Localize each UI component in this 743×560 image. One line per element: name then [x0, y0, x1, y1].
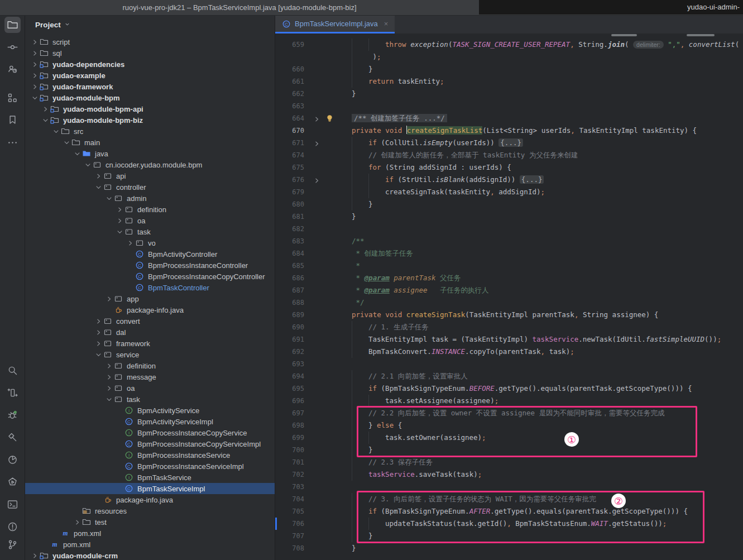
tree-item[interactable]: sql	[25, 47, 275, 59]
bookmarks-tool-icon[interactable]	[4, 112, 21, 128]
code-line[interactable]: 701// 2.3 保存子任务	[275, 456, 743, 468]
line-number[interactable]: 682	[275, 223, 304, 235]
code-line[interactable]: 707}	[275, 530, 743, 542]
line-number[interactable]: 694	[275, 370, 304, 382]
close-icon[interactable]: ×	[384, 20, 389, 28]
chevron-collapsed-icon[interactable]	[31, 83, 40, 90]
line-number[interactable]: 684	[275, 247, 304, 260]
tree-item[interactable]: message	[25, 371, 275, 382]
tree-item[interactable]: test	[25, 516, 275, 528]
line-number[interactable]: 687	[275, 284, 304, 296]
search-icon[interactable]	[4, 362, 21, 379]
line-number[interactable]: 693	[275, 358, 304, 370]
code-line[interactable]: 683/**	[275, 235, 743, 247]
tab-bpmtaskserviceimpl[interactable]: C BpmTaskServiceImpl.java ×	[275, 16, 395, 33]
line-number[interactable]: 659	[275, 39, 304, 51]
tree-item[interactable]: controller	[25, 181, 275, 193]
line-number[interactable]: 686	[275, 272, 304, 284]
problems-tool-icon[interactable]	[4, 519, 21, 535]
code-line[interactable]: 661return taskEntity;	[275, 75, 743, 88]
chevron-collapsed-icon[interactable]	[95, 339, 103, 347]
chevron-collapsed-icon[interactable]	[31, 71, 40, 79]
line-number[interactable]: 695	[275, 382, 304, 395]
line-number[interactable]: 690	[275, 321, 304, 333]
code-line[interactable]: 662}	[275, 88, 743, 100]
code-line[interactable]: 703	[275, 481, 743, 493]
code-line[interactable]: 691TaskEntityImpl task = (TaskEntityImpl…	[275, 333, 743, 346]
code-line[interactable]: 696task.setAssignee(assignee);	[275, 395, 743, 407]
tree-item[interactable]: src	[25, 126, 275, 137]
code-line[interactable]: 688 */	[275, 296, 743, 309]
more-tools-icon[interactable]	[4, 135, 21, 151]
terminal-tool-icon[interactable]	[4, 496, 21, 513]
tree-item[interactable]: service	[25, 349, 275, 360]
code-line[interactable]: 681}	[275, 210, 743, 223]
tree-item[interactable]: dal	[25, 327, 275, 338]
line-number[interactable]: 704	[275, 493, 304, 505]
tree-item[interactable]: IBpmTaskService	[25, 472, 275, 483]
line-number[interactable]: 696	[275, 395, 304, 407]
code-line[interactable]: 702taskService.saveTask(task);	[275, 468, 743, 481]
pull-requests-tool-icon[interactable]	[4, 61, 21, 78]
editor-area[interactable]: C BpmTaskServiceImpl.java × 659throw exc…	[275, 16, 743, 560]
code-line[interactable]: 705if (BpmTaskSignTypeEnum.AFTER.getType…	[275, 505, 743, 518]
tree-item[interactable]: CBpmProcessInstanceCopyServiceImpl	[25, 438, 275, 449]
line-number[interactable]: 676	[275, 174, 304, 186]
code-line[interactable]: 708}	[275, 542, 743, 554]
chevron-collapsed-icon[interactable]	[106, 384, 114, 392]
tree-item[interactable]: IBpmActivityService	[25, 405, 275, 416]
code-line[interactable]: 686 * @param parentTask 父任务	[275, 272, 743, 284]
tree-item[interactable]: CBpmProcessInstanceCopyController	[25, 271, 275, 282]
project-panel-header[interactable]: Project	[25, 16, 275, 33]
build-tool-icon[interactable]	[4, 429, 21, 446]
tree-item[interactable]: package-info.java	[25, 304, 275, 315]
lightbulb-icon[interactable]	[325, 114, 334, 123]
line-number[interactable]: 661	[275, 75, 304, 88]
chevron-expanded-icon[interactable]	[63, 138, 71, 146]
chevron-collapsed-icon[interactable]	[31, 38, 40, 46]
debug-tool-icon[interactable]	[4, 407, 21, 423]
tree-item[interactable]: CBpmActivityController	[25, 248, 275, 260]
tree-item[interactable]: CBpmProcessInstanceServiceImpl	[25, 461, 275, 472]
code-line[interactable]: 663	[275, 100, 743, 112]
git-tool-icon[interactable]	[4, 537, 21, 553]
line-number[interactable]: 662	[275, 88, 304, 100]
tree-item[interactable]: convert	[25, 315, 275, 327]
tree-item[interactable]: admin	[25, 193, 275, 204]
line-number[interactable]: 706	[275, 518, 304, 530]
chevron-expanded-icon[interactable]	[106, 395, 114, 403]
tree-item[interactable]: definition	[25, 360, 275, 371]
code-line[interactable]: 684 * 创建加签子任务	[275, 247, 743, 260]
fold-chevron-icon[interactable]	[313, 139, 320, 146]
code-line[interactable]: 690// 1. 生成子任务	[275, 321, 743, 333]
chevron-expanded-icon[interactable]	[116, 228, 124, 236]
tree-item[interactable]: CBpmActivityServiceImpl	[25, 416, 275, 427]
tree-item[interactable]: main	[25, 137, 275, 148]
tree-item[interactable]: mpom.xml	[25, 528, 275, 539]
code-line[interactable]: 689private void createSignTask(TaskEntit…	[275, 309, 743, 321]
line-number[interactable]: 689	[275, 309, 304, 321]
line-number[interactable]: 679	[275, 186, 304, 198]
code-line[interactable]: 693	[275, 358, 743, 370]
code-line[interactable]: 660}	[275, 63, 743, 75]
line-number[interactable]: 699	[275, 432, 304, 444]
line-number[interactable]: 664	[275, 112, 304, 125]
line-number[interactable]: 702	[275, 468, 304, 481]
chevron-collapsed-icon[interactable]	[74, 518, 82, 526]
code-line[interactable]: 676if (StrUtil.isBlank(addSignId)) {...}	[275, 174, 743, 186]
code-line[interactable]: 664/** 创建加签子任务 ...*/	[275, 112, 743, 125]
tree-item[interactable]: resources	[25, 505, 275, 516]
chevron-expanded-icon[interactable]	[31, 94, 40, 102]
line-number[interactable]: 683	[275, 235, 304, 247]
chevron-expanded-icon[interactable]	[74, 150, 82, 157]
code-line[interactable]: 704// 3. 向后前签，设置子任务的状态为 WAIT，因为需要等父任务审批完	[275, 493, 743, 505]
line-number[interactable]: 698	[275, 419, 304, 432]
chevron-expanded-icon[interactable]	[84, 161, 93, 169]
line-number[interactable]: 674	[275, 149, 304, 161]
code-line[interactable]: 699task.setOwner(assignee);	[275, 432, 743, 444]
code-line[interactable]: 687 * @param assignee 子任务的执行人	[275, 284, 743, 296]
line-number[interactable]: 701	[275, 456, 304, 468]
line-number[interactable]: 700	[275, 444, 304, 456]
tree-item[interactable]: mpom.xml	[25, 539, 275, 550]
tree-item[interactable]: yudao-dependencies	[25, 59, 275, 70]
